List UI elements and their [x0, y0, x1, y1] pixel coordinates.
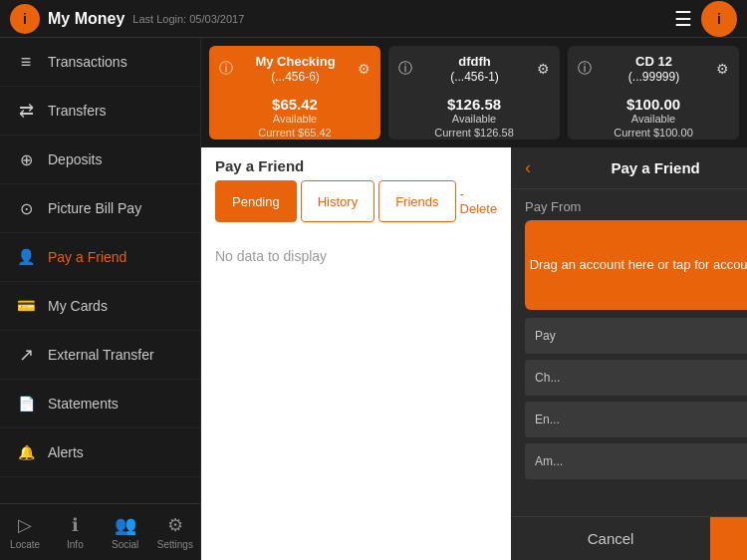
card-current: Current $126.58 [398, 127, 550, 139]
card-my-checking[interactable]: ⓘ My Checking (...456-6) ⚙ $65.42 Availa… [209, 46, 380, 140]
left-panel-title: Pay a Friend [201, 147, 511, 180]
no-data-text: No data to display [201, 228, 511, 284]
content-split: Pay a Friend Pending History Friends - D… [201, 147, 747, 560]
sidebar-label-my-cards: My Cards [48, 298, 108, 314]
right-field-enter[interactable]: En... [525, 402, 747, 437]
cards-row: ⓘ My Checking (...456-6) ⚙ $65.42 Availa… [201, 38, 747, 147]
info-label: Info [67, 539, 84, 550]
sidebar-bottom-info[interactable]: ℹ Info [50, 504, 100, 560]
sidebar-item-picture-bill-pay[interactable]: Picture Bill Pay [0, 184, 200, 233]
sidebar-item-external-transfer[interactable]: External Transfer [0, 331, 200, 380]
tab-friends[interactable]: Friends [378, 180, 455, 222]
card-amount: $100.00 [578, 96, 729, 113]
card-current: Current $100.00 [578, 127, 729, 139]
cancel-bar: Cancel › [511, 516, 747, 560]
sidebar-bottom-locate[interactable]: ▷ Locate [0, 504, 50, 560]
card-title: CD 12 (...99999) [592, 54, 716, 84]
card-info-icon[interactable]: ⓘ [578, 60, 592, 78]
sidebar-bottom: ▷ Locate ℹ Info 👥 Social ⚙ Settings [0, 503, 200, 560]
sidebar-item-statements[interactable]: Statements [0, 380, 200, 428]
card-current: Current $65.42 [219, 127, 371, 139]
sidebar-bottom-social[interactable]: 👥 Social [101, 504, 150, 560]
right-field-pay[interactable]: Pay [525, 318, 747, 354]
settings-label: Settings [157, 539, 193, 550]
my-cards-icon [14, 294, 38, 318]
right-panel-nav: ‹ Pay a Friend › [511, 147, 747, 189]
card-available: Available [219, 113, 371, 125]
card-top: ⓘ My Checking (...456-6) ⚙ [219, 54, 371, 84]
picture-bill-pay-icon [14, 196, 38, 220]
card-amount: $65.42 [219, 96, 371, 113]
transactions-icon [14, 50, 38, 74]
locate-label: Locate [10, 539, 40, 550]
sidebar: Transactions Transfers Deposits Picture … [0, 38, 201, 560]
card-top: ⓘ dfdfh (...456-1) ⚙ [398, 54, 550, 84]
statements-icon [14, 392, 38, 416]
sidebar-label-deposits: Deposits [48, 151, 102, 167]
card-dfdfh[interactable]: ⓘ dfdfh (...456-1) ⚙ $126.58 Available C… [388, 46, 560, 140]
sidebar-label-transactions: Transactions [48, 54, 127, 70]
pay-from-box[interactable]: Drag an account here or tap for account … [525, 220, 747, 310]
card-title: My Checking (...456-6) [233, 54, 358, 84]
card-info-icon[interactable]: ⓘ [398, 60, 412, 78]
header-right-avatar[interactable]: i [701, 1, 737, 37]
sidebar-label-pay-a-friend: Pay a Friend [48, 249, 126, 265]
card-gear-icon[interactable]: ⚙ [358, 61, 371, 77]
tabs-row: Pending History Friends - Delete [201, 180, 511, 222]
left-panel: Pay a Friend Pending History Friends - D… [201, 147, 511, 560]
sidebar-label-picture-bill-pay: Picture Bill Pay [48, 200, 141, 216]
header: i My Money Last Login: 05/03/2017 ☰ i [0, 0, 747, 38]
sidebar-label-statements: Statements [48, 396, 119, 412]
right-fields: Pay Ch... En... Am... [511, 310, 747, 487]
cancel-button[interactable]: Cancel [511, 530, 710, 547]
card-cd12[interactable]: ⓘ CD 12 (...99999) ⚙ $100.00 Available C… [568, 46, 739, 140]
sidebar-item-alerts[interactable]: Alerts [0, 428, 200, 477]
pay-from-section: Pay From [511, 189, 747, 220]
header-login: Last Login: 05/03/2017 [132, 13, 244, 25]
card-gear-icon[interactable]: ⚙ [716, 61, 729, 77]
card-title: dfdfh (...456-1) [412, 54, 537, 84]
sidebar-item-my-cards[interactable]: My Cards [0, 282, 200, 331]
card-available: Available [578, 113, 729, 125]
right-field-choose[interactable]: Ch... [525, 360, 747, 396]
header-avatar[interactable]: i [10, 4, 40, 34]
social-label: Social [112, 539, 138, 550]
sidebar-item-pay-a-friend[interactable]: Pay a Friend [0, 233, 200, 282]
main-layout: Transactions Transfers Deposits Picture … [0, 38, 747, 560]
sidebar-bottom-settings[interactable]: ⚙ Settings [150, 504, 200, 560]
sidebar-item-transfers[interactable]: Transfers [0, 87, 200, 136]
nav-title: Pay a Friend [612, 159, 700, 176]
header-title: My Money [48, 10, 124, 28]
right-panel: ‹ Pay a Friend › Pay From Drag an accoun… [511, 147, 747, 560]
sidebar-label-alerts: Alerts [48, 444, 84, 460]
sidebar-item-deposits[interactable]: Deposits [0, 136, 200, 184]
card-available: Available [398, 113, 550, 125]
sidebar-label-transfers: Transfers [48, 103, 107, 119]
sidebar-label-external-transfer: External Transfer [48, 347, 154, 363]
tab-pending[interactable]: Pending [215, 180, 297, 222]
sidebar-item-transactions[interactable]: Transactions [0, 38, 200, 87]
content-area: ⓘ My Checking (...456-6) ⚙ $65.42 Availa… [201, 38, 747, 560]
tab-history[interactable]: History [301, 180, 374, 222]
settings-icon: ⚙ [167, 514, 183, 536]
alerts-icon [14, 440, 38, 464]
locate-icon: ▷ [18, 514, 32, 536]
social-icon: 👥 [115, 514, 136, 536]
card-info-icon[interactable]: ⓘ [219, 60, 233, 78]
external-transfer-icon [14, 343, 38, 367]
card-amount: $126.58 [398, 96, 550, 113]
info-icon: ℹ [72, 514, 79, 536]
pay-a-friend-icon [14, 245, 38, 269]
nav-left-arrow[interactable]: ‹ [525, 157, 531, 178]
card-gear-icon[interactable]: ⚙ [537, 61, 550, 77]
confirm-button[interactable]: › [710, 517, 747, 561]
header-menu-icon[interactable]: ☰ [674, 7, 692, 31]
card-top: ⓘ CD 12 (...99999) ⚙ [578, 54, 729, 84]
transfers-icon [14, 99, 38, 123]
delete-link[interactable]: - Delete [460, 180, 498, 222]
right-field-amount[interactable]: Am... [525, 443, 747, 479]
deposits-icon [14, 147, 38, 171]
